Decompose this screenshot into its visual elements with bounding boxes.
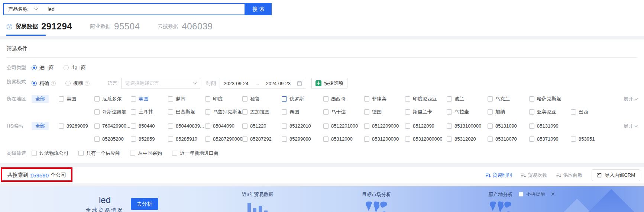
checkbox[interactable] [94,96,100,102]
checkbox[interactable] [447,109,452,115]
checkbox[interactable] [364,96,369,102]
banner-card-target-market[interactable]: 目标市场分析 [352,191,401,212]
tab[interactable]: ? 贸易数据 291294 [7,21,72,36]
language-select[interactable]: 请选择翻译语言 [121,78,200,89]
sort-button[interactable]: 贸易次数 [521,172,547,179]
hs-checkbox-item[interactable]: 85318070 [488,135,529,143]
quick-options-button[interactable]: 快捷选项 [311,78,347,89]
hs-checkbox-item[interactable]: 85312000 [323,135,364,143]
checkbox[interactable] [323,109,329,115]
checkbox[interactable] [571,136,576,142]
region-checkbox-item[interactable]: 乌克兰 [488,95,529,103]
region-checkbox-item[interactable]: 墨西哥 [323,95,364,103]
region-checkbox-item[interactable]: 波兰 [447,95,488,103]
checkbox[interactable] [242,109,247,115]
checkbox[interactable] [447,136,452,142]
radio-icon[interactable] [32,65,37,70]
search-button[interactable]: 搜 索 [245,3,272,15]
hs-checkbox-item[interactable]: 85371099 [529,135,571,143]
checkbox[interactable] [529,136,534,142]
region-checkbox-item[interactable]: 巴西 [571,108,620,116]
hs-checkbox-item[interactable]: 85312020 [447,135,488,143]
hs-checkbox-item[interactable]: 85285910 [168,135,205,143]
radio-icon[interactable] [65,81,71,86]
checkbox[interactable] [78,151,84,156]
checkbox[interactable] [447,123,452,129]
checkbox[interactable] [405,123,410,129]
hs-checkbox-item[interactable]: 853951 [571,135,620,143]
region-checkbox-item[interactable]: 美国 [59,95,94,103]
checkbox[interactable] [282,136,287,142]
radio-option[interactable]: 模糊 ? [65,79,90,87]
banner-card-trade-data[interactable]: 近3年贸易数据 [233,191,282,212]
close-icon[interactable]: ✕ [551,191,555,197]
tab[interactable]: ? 云搜数据 406039 [158,21,213,36]
region-checkbox-item[interactable]: 乌拉圭 [447,108,488,116]
result-count[interactable]: 159590 [30,172,49,179]
region-checkbox-item[interactable]: 秘鲁 [242,95,282,103]
hs-checkbox-item[interactable]: 85044090 [205,122,242,130]
hs-checkbox-item[interactable]: 8513100000 [447,122,488,130]
search-category-dropdown[interactable]: 产品名称 [4,6,43,13]
checkbox[interactable] [168,96,173,102]
region-checkbox-item[interactable]: 斯里兰卡 [405,108,447,116]
checkbox[interactable] [529,109,534,115]
checkbox[interactable] [405,109,410,115]
hs-checkbox-item[interactable]: 85122099 [405,122,447,130]
checkbox[interactable] [172,151,177,156]
checkbox[interactable] [405,96,410,102]
region-checkbox-item[interactable]: 德国 [364,108,405,116]
checkbox[interactable] [205,96,210,102]
region-checkbox-item[interactable]: 哈萨克斯坦 [529,95,571,103]
region-checkbox-item[interactable]: 巴基斯坦 [168,108,205,116]
checkbox[interactable] [205,136,210,142]
banner-card-origin[interactable]: 原产地分析 [476,191,525,212]
checkbox[interactable] [94,136,100,142]
hs-checkbox-item[interactable]: 8512201000 [323,122,364,130]
region-checkbox-item[interactable]: 菲律宾 [364,95,405,103]
checkbox[interactable] [168,123,173,129]
hs-checkbox-item[interactable]: 85287292 [242,135,282,143]
checkbox[interactable] [282,109,287,115]
checkbox[interactable] [94,109,100,115]
region-checkbox-item[interactable]: 泰国 [282,108,323,116]
hs-checkbox-item[interactable]: 85312000000 [405,135,447,143]
checkbox[interactable] [488,136,493,142]
checkbox[interactable] [323,123,329,129]
hs-checkbox-item[interactable]: 85285200 [94,135,131,143]
analyze-button[interactable]: 去分析 [131,198,158,210]
search-input[interactable] [48,4,245,15]
hs-checkbox-item[interactable]: 760429900... [94,122,131,130]
region-checkbox-item[interactable]: 乌干达 [323,108,364,116]
checkbox[interactable] [488,123,493,129]
checkbox[interactable] [364,136,369,142]
advanced-checkbox-item[interactable]: 过滤物流公司 [32,149,68,157]
checkbox[interactable] [205,123,210,129]
date-start[interactable]: 2023-09-24 [224,81,249,86]
checkbox[interactable] [205,109,210,115]
region-checkbox-item[interactable]: 印度 [205,95,242,103]
region-checkbox-item[interactable]: 乌兹别克斯坦 [205,108,242,116]
checkbox[interactable] [364,109,369,115]
radio-option[interactable]: 进口商 ? [32,64,54,72]
region-expand-button[interactable]: 展开 [624,95,637,103]
region-checkbox-item[interactable]: 土耳其 [131,108,168,116]
checkbox[interactable] [488,109,493,115]
hs-checkbox-item[interactable]: 851220 [242,122,282,130]
advanced-checkbox-item[interactable]: 只有一个供应商 [78,149,120,157]
checkbox[interactable] [488,96,493,102]
hs-checkbox-item[interactable]: 85131090 [488,122,529,130]
hs-checkbox-item[interactable]: 85287290000 [205,135,242,143]
checkbox[interactable] [130,151,135,156]
checkbox[interactable] [131,136,136,142]
hs-checkbox-item[interactable]: 85131099 [529,122,571,130]
checkbox[interactable] [131,123,136,129]
checkbox[interactable] [131,96,136,102]
hs-checkbox-item[interactable]: 85299090 [282,135,323,143]
region-all-chip[interactable]: 全部 [32,95,49,103]
tab[interactable]: ? 商业数据 95504 [90,21,140,36]
region-checkbox-item[interactable]: 亚美尼亚 [529,108,571,116]
sort-button[interactable]: 贸易时间 [486,172,512,179]
date-range-picker[interactable]: 2023-09-24 → 2024-09-23 [220,78,306,89]
checkbox[interactable] [323,136,329,142]
